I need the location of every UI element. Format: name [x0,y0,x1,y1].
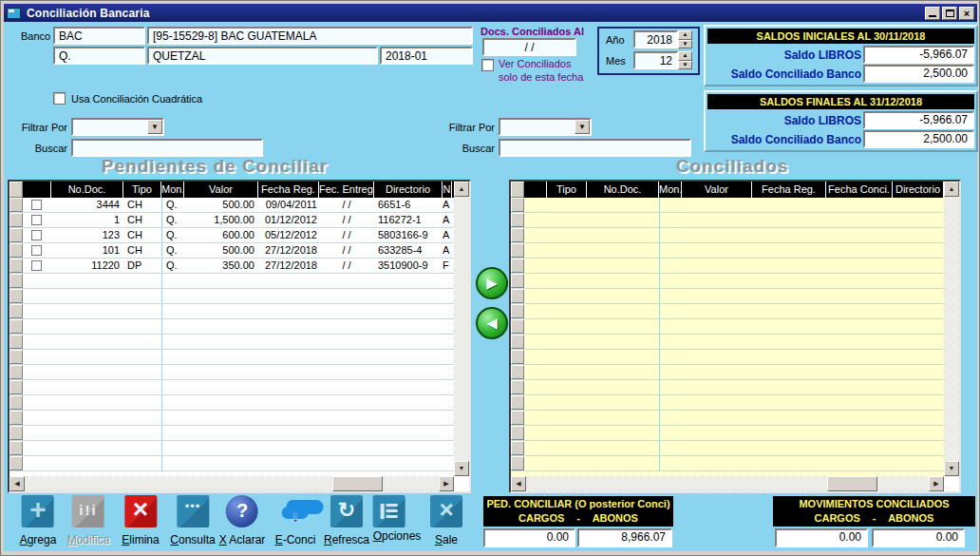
chevron-down-icon[interactable]: ▼ [575,120,590,134]
spin-down-icon[interactable]: ▼ [678,40,692,49]
table-row[interactable]: 123CHQ.600.0005/12/2012/ /5803166-9A [9,228,454,243]
horizontal-scrollbar[interactable]: ◀ ▶ [511,476,944,491]
toolbar-button-question[interactable]: X Aclarar [219,495,266,546]
column-header[interactable] [23,182,51,198]
docs-conciliados-fecha-field[interactable] [482,38,576,56]
row-checkbox[interactable] [31,230,42,240]
row-selector[interactable] [9,228,23,242]
column-header-no-doc-[interactable]: No.Doc. [51,182,123,198]
table-row[interactable] [511,228,944,243]
row-selector[interactable] [9,380,23,394]
table-row[interactable] [511,411,944,426]
row-selector[interactable] [511,365,524,379]
row-selector[interactable] [9,304,23,318]
anio-spinner[interactable]: ▲▼ [678,30,692,48]
row-checkbox[interactable] [31,215,42,225]
row-selector[interactable] [9,289,23,303]
row-selector[interactable] [9,456,23,470]
table-row[interactable] [511,441,944,456]
row-selector[interactable] [511,274,524,288]
scroll-left-button[interactable]: ◀ [511,476,526,491]
scroll-right-button[interactable]: ▶ [439,476,454,491]
move-right-button[interactable]: ▶ [476,267,508,299]
table-row[interactable] [9,289,454,304]
column-header-valor[interactable]: Valor [682,182,752,198]
mes-field[interactable] [633,51,678,69]
scroll-right-button[interactable]: ▶ [929,476,944,491]
row-selector[interactable] [9,365,23,379]
spin-up-icon[interactable]: ▲ [678,30,692,40]
row-selector[interactable] [511,411,524,425]
table-row[interactable] [511,213,944,228]
table-row[interactable] [9,335,454,350]
mes-spinner[interactable]: ▲▼ [678,51,692,69]
column-header[interactable] [524,182,547,198]
toolbar-button-ellipsis[interactable]: Consulta [170,495,215,546]
row-checkbox[interactable] [31,245,42,256]
scroll-down-button[interactable]: ▼ [454,461,469,476]
toolbar-button-delete-x[interactable]: Elimina [122,495,159,546]
toolbar-button-list[interactable]: Opciones [373,495,422,543]
table-row[interactable] [9,304,454,319]
column-header[interactable] [9,182,23,198]
row-selector[interactable] [511,319,524,334]
row-selector[interactable] [9,243,23,258]
buscar-input-left[interactable] [71,139,263,157]
table-row[interactable] [9,456,454,471]
table-row[interactable] [9,380,454,395]
table-row[interactable] [511,319,944,335]
column-header-fec-entrega[interactable]: Fec. Entrega [319,182,374,198]
column-header-mon-[interactable]: Mon. [161,182,184,198]
row-selector[interactable] [511,213,524,227]
scroll-down-button[interactable]: ▼ [944,461,959,476]
table-row[interactable] [9,365,454,380]
column-header-no-doc-[interactable]: No.Doc. [587,182,659,198]
table-row[interactable] [511,304,944,319]
vertical-scrollbar[interactable]: ▲ ▼ [944,182,959,476]
ver-conciliados-checkbox[interactable] [481,59,494,71]
column-header-tipo[interactable]: Tipo [123,182,161,198]
moneda-code-field[interactable] [53,47,145,65]
title-bar[interactable]: Conciliación Bancaria × [4,4,977,22]
table-row[interactable] [9,350,454,365]
row-checkbox[interactable] [31,200,42,210]
row-selector[interactable] [9,395,23,410]
usa-conciliacion-cuadratica-checkbox[interactable] [53,92,66,105]
toolbar-button-close-x[interactable]: Sale [430,495,462,546]
column-header-fecha-reg-[interactable]: Fecha Reg. [752,182,826,198]
column-header-tipo[interactable]: Tipo [547,182,587,198]
minimize-button[interactable] [925,7,940,20]
table-row[interactable] [511,365,944,380]
table-row[interactable] [511,350,944,365]
buscar-input-right[interactable] [499,139,691,157]
table-row[interactable]: 101CHQ.500.0027/12/2018/ /633285-4A [9,243,454,259]
table-row[interactable] [511,259,944,274]
scroll-thumb[interactable] [827,476,877,491]
table-row[interactable]: 11220DPQ.350.0027/12/2018/ /3510900-9F [9,259,454,274]
move-left-button[interactable]: ◀ [476,307,508,339]
toolbar-button-cloud-download[interactable]: E-Conci [275,495,316,546]
row-selector[interactable] [511,304,524,318]
toolbar-button-sliders[interactable]: Modifica [67,495,110,546]
column-header-mon-[interactable]: Mon. [659,182,682,198]
toolbar-button-plus[interactable]: Agrega [20,495,57,546]
table-row[interactable] [9,319,454,335]
maximize-button[interactable] [942,7,957,20]
column-header[interactable] [511,182,524,198]
row-selector[interactable] [511,243,524,258]
row-selector[interactable] [9,411,23,425]
scroll-up-button[interactable]: ▲ [944,182,959,197]
row-selector[interactable] [511,335,524,349]
anio-field[interactable] [633,30,678,48]
table-row[interactable] [511,243,944,259]
spin-down-icon[interactable]: ▼ [678,61,692,70]
table-row[interactable] [9,441,454,456]
table-row[interactable] [511,198,944,213]
row-selector[interactable] [9,259,23,273]
table-row[interactable] [9,274,454,289]
filtrar-por-dropdown-left[interactable]: ▼ [71,118,164,136]
table-row[interactable] [511,380,944,395]
row-selector[interactable] [9,274,23,288]
column-header-n[interactable]: N [443,182,452,198]
row-selector[interactable] [9,426,23,440]
